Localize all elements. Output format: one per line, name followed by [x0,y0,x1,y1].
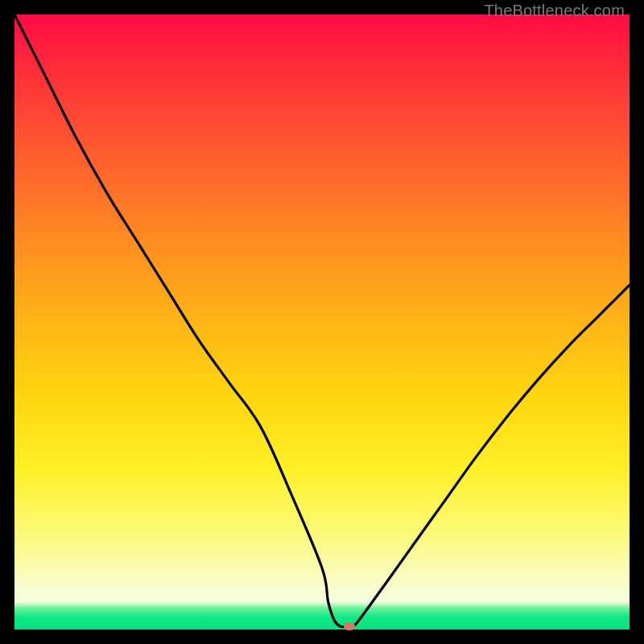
bottleneck-curve [14,14,630,630]
chart-canvas: TheBottleneck.com [0,0,644,644]
watermark-text: TheBottleneck.com [484,2,625,20]
optimal-point-marker [344,622,355,630]
plot-area [14,14,630,630]
